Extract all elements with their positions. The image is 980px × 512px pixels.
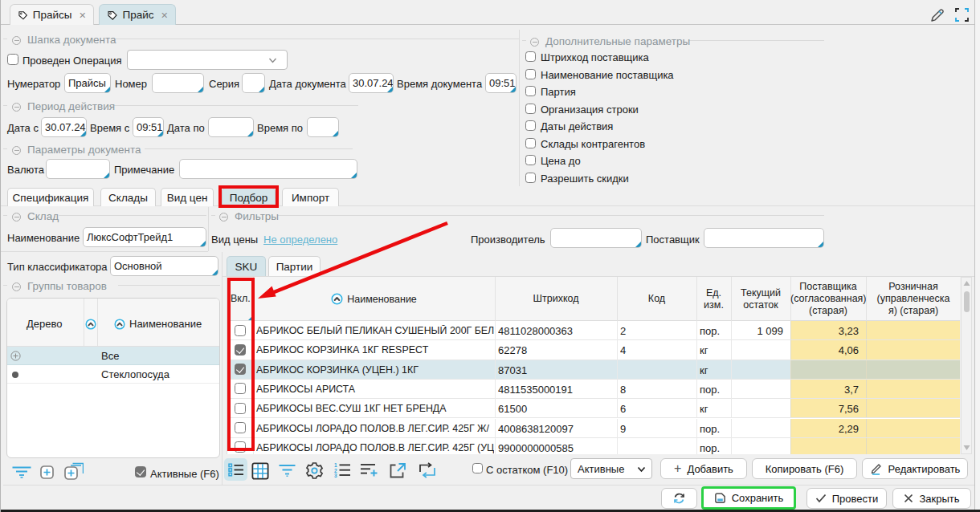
- svg-text:3: 3: [334, 473, 337, 477]
